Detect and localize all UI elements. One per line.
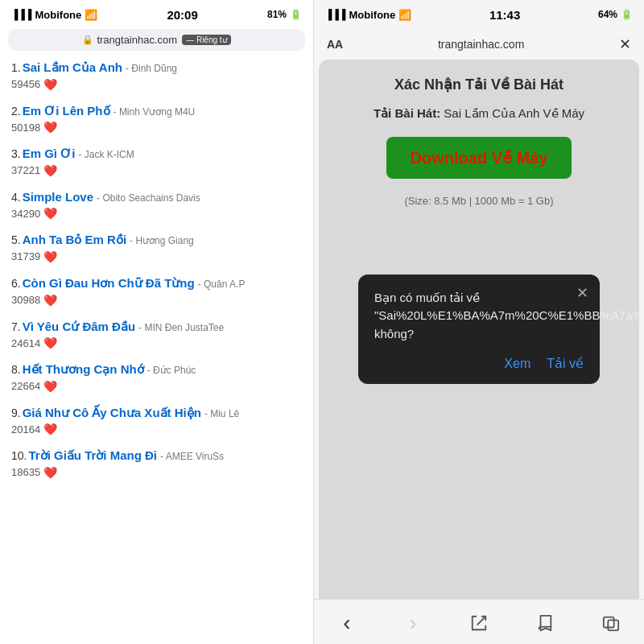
- dialog-close-button[interactable]: ✕: [576, 284, 588, 302]
- song-artist: - MIN Đen JustaTee: [138, 321, 224, 335]
- song-artist: - Jack K-ICM: [78, 148, 134, 162]
- right-carrier-info: ▐▐▐ Mobifone 📶: [325, 9, 411, 21]
- private-badge: — Riêng tư: [182, 35, 230, 45]
- play-count: 50198: [11, 122, 40, 134]
- dialog-actions: Xem Tải về: [374, 356, 584, 371]
- list-item[interactable]: 10. Trời Giấu Trời Mang Đi - AMEE ViruSs…: [11, 447, 302, 482]
- song-number: 7.: [11, 320, 21, 336]
- heart-icon: ❤️: [43, 207, 57, 220]
- song-number: 2.: [11, 104, 21, 120]
- right-signal-icon: ▐▐▐: [325, 9, 346, 20]
- song-number: 8.: [11, 362, 21, 378]
- dialog-overlay: ✕ Bạn có muốn tải về"Sai%20L%E1%BA%A7m%2…: [319, 60, 639, 599]
- heart-icon: ❤️: [43, 336, 57, 349]
- left-carrier-info: ▐▐▐ Mobifone 📶: [11, 9, 97, 21]
- right-panel: ▐▐▐ Mobifone 📶 11:43 64% 🔋 AA trangtainh…: [314, 0, 644, 644]
- status-bar-right: ▐▐▐ Mobifone 📶 11:43 64% 🔋: [314, 0, 644, 29]
- song-artist: - Đức Phúc: [147, 364, 196, 378]
- play-count: 30988: [11, 294, 40, 306]
- play-count: 34290: [11, 208, 40, 220]
- song-title: Em Ơi Lên Phố: [23, 102, 110, 119]
- list-item[interactable]: 4. Simple Love - Obito Seachains Davis 3…: [11, 188, 302, 224]
- song-number: 9.: [11, 406, 21, 422]
- dialog-body: Bạn có muốn tải về"Sai%20L%E1%BA%A7m%20C…: [374, 289, 584, 344]
- share-button[interactable]: [461, 614, 497, 632]
- right-battery-icon: 🔋: [621, 9, 633, 20]
- song-title: Simple Love: [23, 188, 93, 205]
- song-title: Hết Thương Cạn Nhớ: [23, 361, 144, 378]
- play-count: 37221: [11, 164, 40, 176]
- song-title: Vì Yêu Cứ Đâm Đầu: [23, 318, 135, 335]
- left-url-bar[interactable]: 🔒 trangtainhac.com — Riêng tư: [8, 29, 305, 51]
- song-number: 5.: [11, 233, 21, 249]
- list-item[interactable]: 2. Em Ơi Lên Phố - Minh Vương M4U 50198 …: [11, 102, 302, 138]
- heart-icon: ❤️: [43, 294, 57, 307]
- close-tab-button[interactable]: ✕: [614, 32, 636, 56]
- bookmarks-button[interactable]: [527, 614, 563, 632]
- song-title: Em Gì Ơi: [23, 145, 76, 162]
- lock-icon: 🔒: [82, 35, 93, 45]
- left-url-text: trangtainhac.com: [97, 34, 177, 46]
- right-url-bar[interactable]: trangtainhac.com: [354, 38, 608, 51]
- song-title: Giá Như Cô Ấy Chưa Xuất Hiện: [23, 404, 201, 421]
- play-count: 22664: [11, 380, 40, 392]
- song-number: 1.: [11, 60, 21, 76]
- right-time: 11:43: [489, 8, 520, 22]
- svg-line-0: [477, 616, 485, 624]
- song-number: 3.: [11, 147, 21, 163]
- left-battery-info: 81% 🔋: [267, 9, 302, 20]
- left-signal-icon: ▐▐▐: [11, 9, 32, 20]
- left-panel: ▐▐▐ Mobifone 📶 20:09 81% 🔋 🔒 trangtainha…: [0, 0, 314, 644]
- song-list: 1. Sai Lầm Của Anh - Đinh Dũng 59456 ❤️ …: [0, 56, 313, 644]
- right-battery-info: 64% 🔋: [598, 9, 633, 20]
- song-artist: - Miu Lê: [204, 407, 239, 421]
- list-item[interactable]: 1. Sai Lầm Của Anh - Đinh Dũng 59456 ❤️: [11, 59, 302, 94]
- heart-icon: ❤️: [43, 466, 57, 479]
- browser-content: Xác Nhận Tải Về Bài Hát Tải Bài Hát: Sai…: [319, 60, 639, 599]
- play-count: 24614: [11, 337, 40, 349]
- heart-icon: ❤️: [43, 380, 57, 393]
- download-dialog: ✕ Bạn có muốn tải về"Sai%20L%E1%BA%A7m%2…: [358, 275, 600, 385]
- song-artist: - Minh Vương M4U: [114, 105, 196, 119]
- heart-icon: ❤️: [43, 423, 57, 436]
- song-title: Còn Gì Đau Hơn Chữ Đã Từng: [23, 275, 195, 291]
- list-item[interactable]: 8. Hết Thương Cạn Nhớ - Đức Phúc 22664 ❤…: [11, 361, 302, 396]
- list-item[interactable]: 6. Còn Gì Đau Hơn Chữ Đã Từng - Quân A.P…: [11, 275, 302, 310]
- heart-icon: ❤️: [43, 121, 57, 134]
- song-artist: - Đinh Dũng: [126, 62, 177, 76]
- list-item[interactable]: 9. Giá Như Cô Ấy Chưa Xuất Hiện - Miu Lê…: [11, 404, 302, 440]
- play-count: 18635: [11, 466, 40, 478]
- browser-toolbar: AA trangtainhac.com ✕: [314, 29, 644, 60]
- bottom-nav: ‹ ›: [314, 599, 644, 644]
- tabs-button[interactable]: [593, 614, 629, 632]
- left-carrier: Mobifone: [35, 9, 82, 21]
- status-bar-left: ▐▐▐ Mobifone 📶 20:09 81% 🔋: [0, 0, 313, 29]
- song-artist: - Quân A.P: [198, 278, 246, 291]
- aa-button[interactable]: AA: [322, 35, 348, 54]
- song-title: Sai Lầm Của Anh: [23, 59, 122, 76]
- right-carrier: Mobifone: [349, 9, 396, 21]
- song-artist: - Hương Giang: [130, 234, 194, 248]
- list-item[interactable]: 3. Em Gì Ơi - Jack K-ICM 37221 ❤️: [11, 145, 302, 180]
- left-battery-icon: 🔋: [290, 9, 302, 20]
- list-item[interactable]: 7. Vì Yêu Cứ Đâm Đầu - MIN Đen JustaTee …: [11, 318, 302, 353]
- song-number: 10.: [11, 448, 27, 464]
- right-battery-pct: 64%: [598, 9, 617, 20]
- play-count: 31739: [11, 250, 40, 262]
- left-time: 20:09: [167, 8, 197, 22]
- forward-button[interactable]: ›: [395, 610, 431, 636]
- back-button[interactable]: ‹: [329, 610, 365, 636]
- xem-button[interactable]: Xem: [504, 356, 530, 371]
- song-number: 4.: [11, 190, 21, 206]
- list-item[interactable]: 5. Anh Ta Bỏ Em Rồi - Hương Giang 31739 …: [11, 231, 302, 266]
- song-artist: - Obito Seachains Davis: [97, 192, 200, 205]
- right-wifi-icon: 📶: [398, 9, 411, 21]
- song-title: Trời Giấu Trời Mang Đi: [28, 447, 157, 464]
- left-battery-pct: 81%: [267, 9, 287, 20]
- left-wifi-icon: 📶: [85, 9, 97, 21]
- heart-icon: ❤️: [43, 164, 57, 177]
- song-artist: - AMEE ViruSs: [160, 450, 224, 464]
- heart-icon: ❤️: [43, 250, 57, 263]
- tai-ve-button[interactable]: Tải về: [547, 356, 584, 371]
- play-count: 20164: [11, 423, 40, 436]
